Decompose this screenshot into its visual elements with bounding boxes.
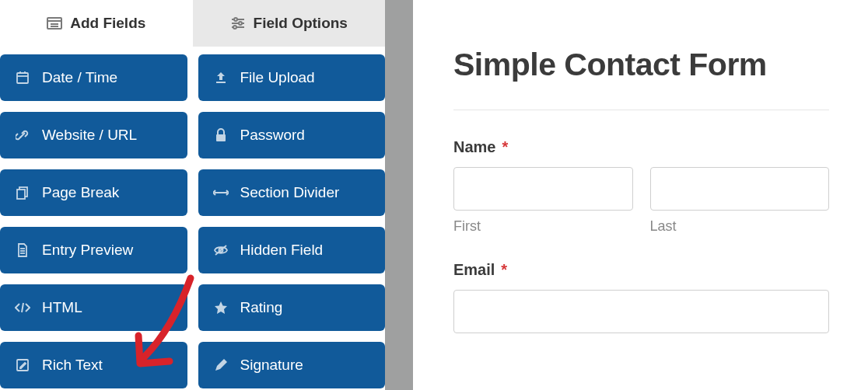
email-field: Email * xyxy=(453,261,829,333)
field-label: Rating xyxy=(240,299,283,316)
svg-line-25 xyxy=(22,303,23,312)
field-page-break[interactable]: Page Break xyxy=(0,169,187,216)
field-label: HTML xyxy=(42,299,82,316)
tab-label: Field Options xyxy=(254,15,348,32)
field-label: Section Divider xyxy=(240,184,340,201)
tab-label: Add Fields xyxy=(70,15,145,32)
last-sublabel: Last xyxy=(650,218,830,235)
divider-icon xyxy=(212,189,229,197)
code-icon xyxy=(14,302,31,313)
sliders-icon xyxy=(230,16,246,30)
list-icon xyxy=(47,17,62,30)
field-date-time[interactable]: Date / Time xyxy=(0,54,187,101)
svg-marker-26 xyxy=(215,301,227,314)
svg-point-9 xyxy=(233,26,236,29)
lock-icon xyxy=(212,128,229,142)
field-file-upload[interactable]: File Upload xyxy=(198,54,386,101)
field-entry-preview[interactable]: Entry Preview xyxy=(0,227,187,273)
name-label: Name * xyxy=(453,138,829,156)
label-text: Email xyxy=(453,261,495,279)
fields-grid: Date / Time File Upload Website / URL Pa… xyxy=(0,47,385,388)
calendar-icon xyxy=(14,71,31,85)
field-rating[interactable]: Rating xyxy=(198,284,386,331)
svg-rect-18 xyxy=(17,190,25,199)
link-icon xyxy=(14,128,31,142)
tab-add-fields[interactable]: Add Fields xyxy=(0,0,193,47)
svg-point-5 xyxy=(234,18,237,21)
field-password[interactable]: Password xyxy=(198,112,386,158)
first-name-input[interactable] xyxy=(453,167,633,211)
form-title: Simple Contact Form xyxy=(453,47,829,83)
panel-tabs: Add Fields Field Options xyxy=(0,0,385,47)
required-mark: * xyxy=(501,261,507,279)
field-label: Page Break xyxy=(42,184,119,201)
document-icon xyxy=(14,243,31,257)
field-label: Hidden Field xyxy=(240,242,324,259)
pencil-icon xyxy=(212,358,229,372)
field-label: Signature xyxy=(240,357,303,374)
field-label: Website / URL xyxy=(42,127,137,144)
pages-icon xyxy=(14,186,31,200)
field-label: Rich Text xyxy=(42,357,103,374)
field-section-divider[interactable]: Section Divider xyxy=(198,169,386,216)
eye-slash-icon xyxy=(212,244,229,256)
field-label: Password xyxy=(240,127,305,144)
field-signature[interactable]: Signature xyxy=(198,342,386,388)
form-preview: Simple Contact Form Name * First Last Em… xyxy=(413,0,868,390)
first-sublabel: First xyxy=(453,218,633,235)
field-website-url[interactable]: Website / URL xyxy=(0,112,187,158)
label-text: Name xyxy=(453,138,495,156)
title-divider xyxy=(453,110,829,110)
last-name-input[interactable] xyxy=(650,167,830,211)
svg-rect-10 xyxy=(17,73,28,83)
fields-panel: Add Fields Field Options Date / Time xyxy=(0,0,385,390)
svg-rect-16 xyxy=(216,134,226,141)
svg-rect-14 xyxy=(216,82,226,83)
panel-divider xyxy=(385,0,413,390)
field-label: Date / Time xyxy=(42,69,117,86)
tab-field-options[interactable]: Field Options xyxy=(193,0,386,47)
email-label: Email * xyxy=(453,261,829,279)
star-icon xyxy=(212,301,229,315)
field-html[interactable]: HTML xyxy=(0,284,187,331)
field-hidden-field[interactable]: Hidden Field xyxy=(198,227,386,273)
email-input[interactable] xyxy=(453,290,829,333)
field-label: File Upload xyxy=(240,69,315,86)
upload-icon xyxy=(212,71,229,85)
required-mark: * xyxy=(502,138,508,156)
name-field: Name * First Last xyxy=(453,138,829,235)
field-rich-text[interactable]: Rich Text xyxy=(0,342,187,388)
edit-icon xyxy=(14,358,31,372)
svg-point-7 xyxy=(239,22,242,25)
field-label: Entry Preview xyxy=(42,242,133,259)
